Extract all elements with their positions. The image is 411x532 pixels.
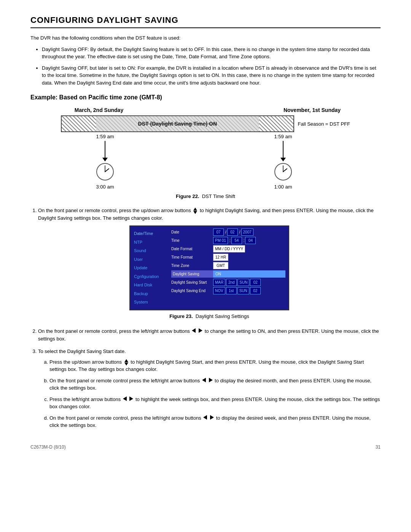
dvr-daylightsaving-row[interactable]: Daylight Saving ON: [171, 270, 285, 278]
dvr-dst-start-row: Daylight Saving Start MAR 2nd SUN 02: [171, 279, 285, 286]
dvr-sidebar-user[interactable]: User: [132, 255, 167, 264]
arrow-right-3d-icon: [210, 415, 214, 420]
steps-list: On the front panel or remote control, pr…: [38, 207, 381, 429]
dvr-sidebar-harddisk[interactable]: Hard Disk: [132, 281, 167, 289]
arrow-right-3c-icon: [129, 396, 133, 401]
step-3: To select the Daylight Saving Start date…: [38, 348, 381, 429]
dvr-screenshot-fig23: Date/Time NTP Sound User Update Configur…: [129, 225, 289, 310]
figure-23-caption: Figure 23. Daylight Saving Settings: [38, 313, 381, 320]
intro-text: The DVR has the following conditions whe…: [30, 34, 381, 42]
dvr-date-month[interactable]: 07: [213, 228, 224, 236]
left-time-above: 1:59 am: [96, 134, 114, 139]
dvr-dst-start-month[interactable]: MAR: [213, 279, 225, 286]
footer-right: 31: [376, 444, 381, 450]
dvr-sidebar: Date/Time NTP Sound User Update Configur…: [130, 226, 168, 310]
dvr-sidebar-update[interactable]: Update: [132, 264, 167, 272]
dvr-time-hour[interactable]: PM 01: [213, 237, 228, 244]
dvr-dst-end-month[interactable]: NOV: [213, 287, 225, 294]
dvr-sidebar-configuration[interactable]: Configuration: [132, 272, 167, 281]
bullet-item-2: Daylight Saving OFF, but later is set to…: [42, 64, 381, 87]
left-time-below: 3:00 am: [96, 184, 114, 190]
section-subtitle: Example: Based on Pacific time zone (GMT…: [30, 94, 381, 101]
dvr-dateformat-label: Date Format: [171, 246, 213, 252]
dvr-dst-start-week[interactable]: 2nd: [226, 279, 237, 286]
dvr-date-year[interactable]: 2007: [241, 228, 253, 236]
dvr-dst-end-week[interactable]: 1st: [226, 287, 237, 294]
figure-22-caption: Figure 22. DST Time Shift: [30, 193, 381, 199]
page-title: CONFIGURING DAYLIGHT SAVING: [30, 15, 381, 28]
dvr-timezone-row: Time Zone GMT: [171, 262, 285, 269]
step-3-text: To select the Daylight Saving Start date…: [38, 348, 126, 354]
footer-left: C2673M-D (8/10): [30, 444, 66, 450]
dvr-dst-end-day[interactable]: SUN: [237, 287, 249, 294]
arrow-up-icon: [193, 208, 197, 211]
step-3a: Press the up/down arrow buttons to highl…: [49, 358, 381, 373]
updown-arrows-3a: [124, 359, 128, 366]
step-3c: Press the left/right arrow buttons to hi…: [49, 396, 381, 411]
dst-left-col: 1:59 am 3:00 am: [95, 134, 115, 190]
dvr-date-row: Date 07 / 02 / 2007: [171, 228, 285, 236]
dvr-sidebar-system[interactable]: System: [132, 298, 167, 307]
dvr-time-sec[interactable]: 04: [245, 237, 256, 244]
dvr-date-day[interactable]: 02: [227, 228, 238, 236]
dvr-sidebar-datetime[interactable]: Date/Time: [132, 229, 167, 238]
step-3d: On the front panel or remote control, pr…: [49, 414, 381, 429]
arrow-left-3b-icon: [202, 378, 206, 382]
arrow-right-3b-icon: [209, 378, 213, 382]
dvr-time-row: Time PM 01 : 54 : 04: [171, 237, 285, 244]
dst-bar: DST (Daylight Saving Time) ON: [61, 115, 294, 132]
arrow-left-3d-icon: [203, 415, 207, 420]
arrow-up-3a-icon: [124, 359, 128, 362]
hatch-right: [259, 116, 293, 131]
svg-line-4: [283, 169, 287, 172]
dvr-sidebar-backup[interactable]: Backup: [132, 289, 167, 298]
dvr-time-min[interactable]: 54: [231, 237, 242, 244]
dst-diagram: March, 2nd Sunday November, 1st Sunday D…: [61, 107, 350, 190]
hatch-left: [62, 116, 96, 131]
dvr-dst-end-label: Daylight Saving End: [171, 288, 213, 294]
dvr-timeformat-row: Time Format 12 HR: [171, 254, 285, 261]
right-clock: [273, 162, 293, 182]
dvr-dst-start-day[interactable]: SUN: [237, 279, 249, 286]
arrow-right-icon: [199, 328, 202, 333]
step-1: On the front panel or remote control, pr…: [38, 207, 381, 320]
dvr-dateformat-row: Date Format MM / DD / YYYY: [171, 245, 285, 252]
dvr-dst-end-num[interactable]: 02: [250, 287, 261, 294]
bullet-list: Daylight Saving OFF: By default, the Day…: [42, 46, 381, 87]
arrow-down-icon: [193, 211, 197, 214]
dvr-settings-panel: Date/Time NTP Sound User Update Configur…: [129, 225, 289, 310]
dvr-dst-end-row: Daylight Saving End NOV 1st SUN 02: [171, 287, 285, 294]
right-time-below: 1:00 am: [274, 184, 292, 190]
dst-right-col: 1:59 am 1:00 am: [273, 134, 293, 190]
bullet-item-1: Daylight Saving OFF: By default, the Day…: [42, 46, 381, 61]
dvr-content: Date 07 / 02 / 2007 Time PM 01 : 54 :: [168, 226, 288, 310]
step-1-text: On the front panel or remote control, pr…: [38, 208, 374, 221]
arrow-down-3a-icon: [124, 363, 128, 366]
svg-line-1: [105, 169, 109, 172]
step-2: On the front panel or remote control, pr…: [38, 328, 381, 342]
dvr-dateformat-value[interactable]: MM / DD / YYYY: [213, 245, 245, 252]
dvr-time-label: Time: [171, 238, 213, 243]
fall-label: Fall Season = DST PFF: [298, 121, 350, 127]
dvr-daylightsaving-value[interactable]: ON: [213, 271, 223, 277]
dst-middle-text: DST (Daylight Saving Time) ON: [138, 121, 217, 127]
dvr-sidebar-sound[interactable]: Sound: [132, 246, 167, 255]
dvr-dst-start-label: Daylight Saving Start: [171, 280, 213, 285]
dvr-timeformat-value[interactable]: 12 HR: [213, 254, 228, 261]
left-clock: [95, 162, 115, 182]
dst-middle: DST (Daylight Saving Time) ON: [96, 116, 259, 131]
right-arrow: [283, 141, 284, 158]
dvr-dst-start-num[interactable]: 02: [250, 279, 261, 286]
arrow-left-icon: [192, 328, 196, 333]
left-arrow: [105, 141, 105, 158]
right-time-above: 1:59 am: [274, 134, 292, 139]
step-3-substeps: Press the up/down arrow buttons to highl…: [49, 358, 381, 429]
dst-left-label: March, 2nd Sunday: [61, 107, 137, 113]
step-3b: On the front panel or remote control pre…: [49, 377, 381, 392]
dvr-timeformat-label: Time Format: [171, 254, 213, 260]
dst-top-labels: March, 2nd Sunday November, 1st Sunday: [61, 107, 350, 113]
dvr-date-label: Date: [171, 229, 213, 235]
dvr-daylightsaving-label: Daylight Saving: [171, 270, 213, 278]
dvr-timezone-value[interactable]: GMT: [213, 262, 228, 269]
dvr-sidebar-ntp[interactable]: NTP: [132, 238, 167, 247]
